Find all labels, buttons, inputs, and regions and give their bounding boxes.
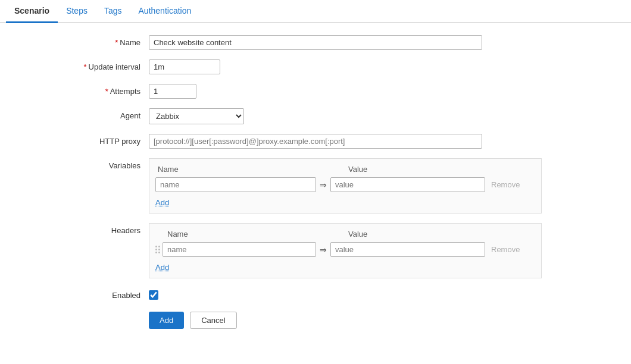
tab-authentication[interactable]: Authentication xyxy=(130,0,200,23)
name-field xyxy=(149,35,566,50)
drag-dot-1 xyxy=(155,246,157,247)
headers-col-value: Value xyxy=(346,230,535,239)
http-proxy-input[interactable] xyxy=(149,134,482,149)
headers-arrow-icon: ⇒ xyxy=(320,245,327,255)
headers-name-input[interactable] xyxy=(163,242,316,257)
name-label: *Name xyxy=(18,35,149,47)
headers-table: Name Value ⇒ xyxy=(149,223,542,278)
headers-value-input[interactable] xyxy=(330,242,485,257)
add-button[interactable]: Add xyxy=(149,312,184,329)
variables-arrow-icon: ⇒ xyxy=(320,180,327,190)
enabled-label: Enabled xyxy=(18,288,149,300)
variables-col-value: Value xyxy=(346,165,535,174)
enabled-checkbox[interactable] xyxy=(149,290,158,300)
variables-name-input[interactable] xyxy=(155,177,316,192)
variables-label: Variables xyxy=(18,158,149,170)
drag-dot-3 xyxy=(155,249,157,250)
agent-select[interactable]: Zabbix Internet Explorer Firefox Chrome … xyxy=(149,108,244,124)
headers-col-name: Name xyxy=(155,230,328,239)
variables-data-row: ⇒ Remove xyxy=(155,177,535,192)
attempts-row: *Attempts xyxy=(18,84,613,99)
variables-value-input[interactable] xyxy=(330,177,485,192)
name-required-star: * xyxy=(115,38,118,47)
tab-tags[interactable]: Tags xyxy=(96,0,130,23)
variables-col-name: Name xyxy=(155,165,328,174)
variables-table: Name Value ⇒ Remove Add xyxy=(149,158,542,214)
tab-steps[interactable]: Steps xyxy=(58,0,96,23)
update-interval-label: *Update interval xyxy=(18,59,149,71)
headers-field: Name Value ⇒ xyxy=(149,223,566,278)
variables-header-row: Name Value xyxy=(155,165,535,174)
headers-row: Headers Name Value xyxy=(18,223,613,278)
attempts-required-star: * xyxy=(105,87,108,96)
headers-data-row: ⇒ Remove xyxy=(155,242,535,257)
attempts-field xyxy=(149,84,566,99)
http-proxy-row: HTTP proxy xyxy=(18,134,613,149)
tab-bar: Scenario Steps Tags Authentication xyxy=(0,0,631,23)
drag-dot-4 xyxy=(158,249,160,250)
agent-label: Agent xyxy=(18,108,149,120)
drag-dot-5 xyxy=(155,252,157,253)
attempts-input[interactable] xyxy=(149,84,196,99)
agent-row: Agent Zabbix Internet Explorer Firefox C… xyxy=(18,108,613,124)
update-interval-row: *Update interval xyxy=(18,59,613,74)
interval-required-star: * xyxy=(83,62,86,71)
update-interval-field xyxy=(149,59,566,74)
headers-drag-handle[interactable] xyxy=(155,246,160,253)
variables-field: Name Value ⇒ Remove Add xyxy=(149,158,566,214)
scenario-form: *Name *Update interval *Attempts Agent Z… xyxy=(0,23,631,341)
agent-field: Zabbix Internet Explorer Firefox Chrome … xyxy=(149,108,566,124)
form-buttons: Add Cancel xyxy=(18,312,613,329)
update-interval-input[interactable] xyxy=(149,59,220,74)
name-input[interactable] xyxy=(149,35,482,50)
cancel-button[interactable]: Cancel xyxy=(190,312,236,329)
drag-dot-6 xyxy=(158,252,160,253)
headers-remove-button[interactable]: Remove xyxy=(491,245,520,254)
http-proxy-label: HTTP proxy xyxy=(18,134,149,146)
headers-add-link[interactable]: Add xyxy=(155,263,169,272)
drag-dot-2 xyxy=(158,246,160,247)
variables-remove-button[interactable]: Remove xyxy=(491,180,520,189)
enabled-field xyxy=(149,288,566,300)
headers-header-row: Name Value xyxy=(155,230,535,239)
variables-row: Variables Name Value ⇒ Remove Add xyxy=(18,158,613,214)
enabled-row: Enabled xyxy=(18,288,613,300)
tab-scenario[interactable]: Scenario xyxy=(6,0,58,23)
attempts-label: *Attempts xyxy=(18,84,149,96)
headers-label: Headers xyxy=(18,223,149,235)
http-proxy-field xyxy=(149,134,566,149)
variables-add-link[interactable]: Add xyxy=(155,198,169,207)
name-row: *Name xyxy=(18,35,613,50)
